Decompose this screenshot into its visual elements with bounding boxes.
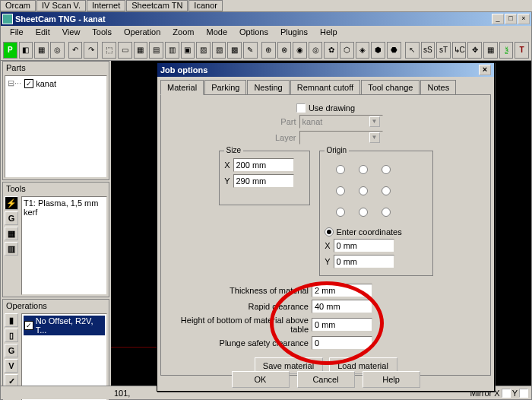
- minimize-button[interactable]: _: [492, 14, 504, 24]
- origin-x-input[interactable]: [334, 239, 394, 252]
- origin-radio[interactable]: [382, 208, 391, 217]
- plunge-input[interactable]: [312, 336, 372, 350]
- tab-material[interactable]: Material: [160, 80, 204, 95]
- op-icon[interactable]: ▮: [5, 313, 18, 327]
- mirror-y-checkbox[interactable]: [519, 389, 528, 398]
- menu-help[interactable]: Help: [314, 26, 344, 40]
- origin-radio[interactable]: [382, 165, 391, 174]
- toolbar-btn[interactable]: ✎: [243, 42, 258, 59]
- toolbar-btn[interactable]: ⊕: [261, 42, 276, 59]
- mirror-x-checkbox[interactable]: [502, 389, 511, 398]
- menu-edit[interactable]: Edit: [30, 26, 56, 40]
- origin-radio[interactable]: [336, 208, 345, 217]
- toolbar-btn[interactable]: ѯ: [499, 42, 514, 59]
- toolbar-btn[interactable]: ▦: [34, 42, 49, 59]
- toolbar-btn[interactable]: ѕT: [436, 42, 451, 59]
- origin-radio[interactable]: [336, 165, 345, 174]
- tools-list[interactable]: T1: Plasma, 1,5 mm kerf: [21, 196, 107, 295]
- part-combo[interactable]: kanat▼: [299, 115, 383, 129]
- toolbar-btn[interactable]: ▩: [227, 42, 242, 59]
- toolbar-btn[interactable]: ↳C: [452, 42, 467, 59]
- size-x-input[interactable]: [233, 158, 294, 172]
- toolbar-btn[interactable]: ▤: [149, 42, 163, 59]
- op-icon[interactable]: V: [5, 359, 18, 373]
- menu-options[interactable]: Options: [233, 26, 274, 40]
- op-icon[interactable]: G: [5, 344, 18, 357]
- help-button[interactable]: Help: [363, 371, 420, 388]
- tab-notes[interactable]: Notes: [420, 80, 456, 94]
- thickness-input[interactable]: [312, 284, 372, 297]
- toolbar-btn[interactable]: ▨: [196, 42, 211, 59]
- panel-tools: Tools ⚡ G ▦ ▥ T1: Plasma, 1,5 mm kerf: [2, 182, 109, 297]
- rapid-label: Rapid clearance: [167, 302, 312, 311]
- toolbar-btn[interactable]: ◈: [356, 42, 370, 59]
- toolbar-btn[interactable]: ⬡: [340, 42, 354, 59]
- toolbar-btn[interactable]: ◉: [293, 42, 307, 59]
- tab-parking[interactable]: Parking: [204, 80, 246, 94]
- origin-radio[interactable]: [359, 186, 368, 195]
- toolbar-run-icon[interactable]: P: [3, 42, 17, 59]
- toolbar-btn[interactable]: ⬢: [371, 42, 385, 59]
- maximize-button[interactable]: □: [505, 14, 517, 24]
- toolbar-btn[interactable]: ⊗: [277, 42, 292, 59]
- use-drawing-checkbox[interactable]: [296, 103, 306, 113]
- toolbar-btn[interactable]: ▥: [165, 42, 179, 59]
- status-coords: 101,: [114, 389, 130, 398]
- toolbar-btn[interactable]: ▣: [181, 42, 195, 59]
- toolbar-btn[interactable]: ✿: [324, 42, 338, 59]
- toolbar-btn[interactable]: ⬚: [102, 42, 116, 59]
- menu-view[interactable]: View: [56, 26, 87, 40]
- toolbar-btn[interactable]: ◎: [50, 42, 65, 59]
- toolbar-arrow-icon[interactable]: ↖: [405, 42, 420, 59]
- toolbar-btn[interactable]: ◎: [309, 42, 323, 59]
- size-y-input[interactable]: [233, 174, 294, 188]
- close-button[interactable]: ×: [518, 14, 530, 24]
- size-legend: Size: [224, 146, 243, 154]
- list-item[interactable]: ✓ No Offset, R2V, T...: [24, 316, 105, 335]
- tab-nesting[interactable]: Nesting: [247, 80, 289, 94]
- menu-operation[interactable]: Operation: [118, 26, 166, 40]
- toolbar-btn[interactable]: ▦: [134, 42, 148, 59]
- toolbar-btn[interactable]: ⬣: [387, 42, 401, 59]
- chevron-down-icon: ▼: [369, 132, 380, 143]
- menu-file[interactable]: File: [4, 26, 30, 40]
- list-item[interactable]: T1: Plasma, 1,5 mm kerf: [24, 198, 105, 217]
- ok-button[interactable]: OK: [232, 371, 290, 388]
- toolbar-btn[interactable]: ◧: [19, 42, 33, 59]
- op-icon[interactable]: ▯: [5, 329, 18, 342]
- tool-icon[interactable]: G: [5, 211, 18, 225]
- checkbox-icon[interactable]: ✓: [24, 79, 33, 88]
- rapid-input[interactable]: [312, 300, 372, 313]
- tool-icon[interactable]: ▥: [5, 242, 18, 256]
- toolbar-btn[interactable]: ↷: [84, 42, 98, 59]
- menu-mode[interactable]: Mode: [200, 26, 233, 40]
- menu-zoom[interactable]: Zoom: [166, 26, 200, 40]
- origin-radio[interactable]: [359, 165, 368, 174]
- tab-toolchange[interactable]: Tool change: [361, 80, 420, 94]
- toolbar-btn[interactable]: ↶: [68, 42, 83, 59]
- tab-remnant[interactable]: Remnant cutoff: [290, 80, 360, 94]
- checkbox-icon[interactable]: ✓: [24, 321, 33, 330]
- tool-icon[interactable]: ⚡: [5, 196, 18, 210]
- toolbar-btn[interactable]: ▦: [483, 42, 498, 59]
- toolbar-text-icon[interactable]: T: [515, 42, 529, 59]
- dialog-close-button[interactable]: ×: [479, 65, 491, 75]
- origin-radio[interactable]: [382, 186, 391, 195]
- parts-tree[interactable]: ⊟··· ✓ kanat: [5, 75, 107, 178]
- toolbar-btn[interactable]: ѕS: [421, 42, 435, 59]
- tool-icon[interactable]: ▦: [5, 227, 18, 240]
- toolbar-btn[interactable]: ✥: [467, 42, 482, 59]
- toolbar-btn[interactable]: ▭: [118, 42, 132, 59]
- layer-combo[interactable]: ▼: [299, 131, 383, 144]
- tree-item[interactable]: ⊟··· ✓ kanat: [7, 78, 105, 89]
- menu-plugins[interactable]: Plugins: [274, 26, 314, 40]
- menu-tools[interactable]: Tools: [86, 26, 118, 40]
- height-input[interactable]: [312, 318, 372, 332]
- use-drawing-label: Use drawing: [309, 103, 355, 113]
- enter-coords-radio[interactable]: [325, 227, 334, 237]
- cancel-button[interactable]: Cancel: [297, 371, 355, 388]
- origin-y-input[interactable]: [334, 255, 394, 268]
- toolbar-btn[interactable]: ▧: [212, 42, 226, 59]
- origin-radio[interactable]: [359, 208, 368, 217]
- origin-radio[interactable]: [336, 186, 345, 195]
